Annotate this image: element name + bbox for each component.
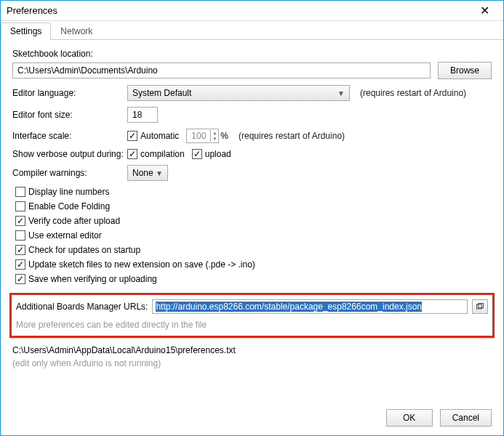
external-editor-checkbox[interactable] <box>15 230 25 241</box>
automatic-label: Automatic <box>140 131 179 141</box>
chevron-down-icon: ▼ <box>156 169 163 177</box>
preferences-window: Preferences ✕ Settings Network Sketchboo… <box>0 0 504 436</box>
editor-language-label: Editor language: <box>12 88 127 98</box>
cancel-button[interactable]: Cancel <box>440 409 492 427</box>
browse-button[interactable]: Browse <box>438 62 492 79</box>
editor-language-value: System Default <box>132 88 191 98</box>
prefs-file-note: (edit only when Arduino is not running) <box>12 358 492 368</box>
update-ext-checkbox[interactable] <box>15 259 25 270</box>
chevron-up-icon[interactable]: ▲ <box>211 130 218 136</box>
compiler-warnings-label: Compiler warnings: <box>12 168 127 178</box>
boards-url-highlight: Additional Boards Manager URLs: http://a… <box>9 293 495 338</box>
verify-label: Verify code after upload <box>28 216 120 226</box>
scale-spinner[interactable]: ▲▼ <box>186 129 219 143</box>
font-size-label: Editor font size: <box>12 110 127 120</box>
automatic-checkbox[interactable] <box>127 131 137 141</box>
update-ext-label: Update sketch files to new extension on … <box>28 259 255 270</box>
upload-label: upload <box>205 149 231 159</box>
compilation-checkbox[interactable] <box>127 149 137 159</box>
boards-url-value: http://arduino.esp8266.com/stable/packag… <box>156 302 422 312</box>
compiler-warnings-select[interactable]: None ▼ <box>127 165 168 181</box>
dialog-footer: OK Cancel <box>386 409 492 427</box>
code-folding-checkbox[interactable] <box>15 201 25 211</box>
line-numbers-label: Display line numbers <box>28 187 109 197</box>
boards-hint: More preferences can be edited directly … <box>16 320 488 330</box>
svg-rect-0 <box>477 304 482 309</box>
upload-checkbox[interactable] <box>192 149 202 159</box>
prefs-file-path: C:\Users\Admin\AppData\Local\Arduino15\p… <box>12 345 492 355</box>
sketchbook-label: Sketchbook location: <box>12 49 492 59</box>
compiler-warnings-value: None <box>132 168 153 178</box>
interface-scale-label: Interface scale: <box>12 131 127 141</box>
percent-label: % <box>220 131 228 141</box>
compilation-label: compilation <box>140 149 185 159</box>
save-verify-label: Save when verifying or uploading <box>28 274 157 284</box>
scale-input[interactable] <box>187 129 210 142</box>
settings-panel: Sketchbook location: Browse Editor langu… <box>1 40 503 368</box>
editor-language-select[interactable]: System Default ▼ <box>127 85 350 101</box>
tabs: Settings Network <box>1 23 503 40</box>
tab-network[interactable]: Network <box>51 23 102 40</box>
expand-urls-button[interactable] <box>472 299 488 314</box>
font-size-input[interactable] <box>127 107 158 123</box>
window-icon <box>476 302 484 311</box>
save-verify-checkbox[interactable] <box>15 274 25 284</box>
line-numbers-checkbox[interactable] <box>15 187 25 197</box>
window-title: Preferences <box>7 5 57 16</box>
updates-checkbox[interactable] <box>15 245 25 255</box>
ok-button[interactable]: OK <box>386 409 433 427</box>
updates-label: Check for updates on startup <box>28 245 140 255</box>
chevron-down-icon: ▼ <box>337 89 345 97</box>
svg-rect-1 <box>479 304 484 308</box>
editor-language-note: (requires restart of Arduino) <box>360 88 466 98</box>
code-folding-label: Enable Code Folding <box>28 201 110 211</box>
verbose-label: Show verbose output during: <box>12 149 127 159</box>
chevron-down-icon[interactable]: ▼ <box>211 136 218 142</box>
sketchbook-path-input[interactable] <box>12 62 431 78</box>
tab-settings[interactable]: Settings <box>1 23 51 40</box>
scale-note: (requires restart of Arduino) <box>239 131 345 141</box>
verify-checkbox[interactable] <box>15 216 25 226</box>
boards-url-input[interactable]: http://arduino.esp8266.com/stable/packag… <box>152 299 468 314</box>
close-icon[interactable]: ✕ <box>470 4 499 17</box>
boards-url-label: Additional Boards Manager URLs: <box>16 302 148 312</box>
external-editor-label: Use external editor <box>28 230 102 241</box>
titlebar: Preferences ✕ <box>1 1 503 21</box>
